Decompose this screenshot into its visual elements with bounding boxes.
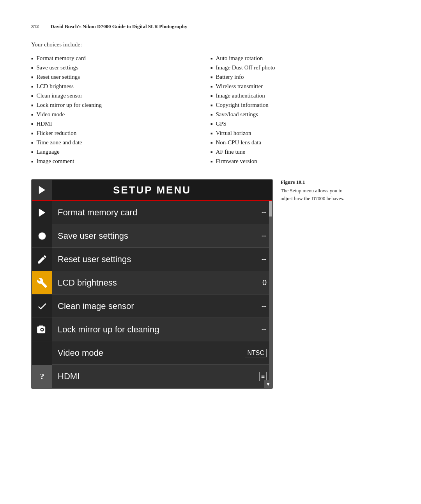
list-item: Image authentication (210, 92, 390, 99)
screen-body: ? Format memory card--Save user settings… (32, 201, 272, 388)
list-item: GPS (210, 121, 390, 127)
menu-play-icon (32, 180, 52, 200)
menu-item-label: HDMI (58, 371, 80, 382)
camera-screen: SETUP MENU (31, 179, 273, 389)
camera-area: SETUP MENU (31, 179, 390, 389)
page-header: 312 David Busch's Nikon D7000 Guide to D… (31, 23, 390, 30)
figure-label: Figure 10.1 (281, 179, 347, 185)
play-triangle-icon (37, 185, 48, 195)
scrollbar[interactable] (269, 201, 272, 388)
menu-item[interactable]: LCD brightness0 (52, 271, 272, 295)
list-item: Non-CPU lens data (210, 139, 390, 146)
list-item: Format memory card (31, 55, 210, 62)
list-item: Firmware version (210, 158, 390, 165)
list-item: Virtual horizon (210, 130, 390, 137)
camera-icon (37, 324, 48, 335)
sidebar-icon-help[interactable]: ? (32, 365, 52, 388)
custom-icon (37, 301, 48, 312)
menu-item-value: NTSC (245, 349, 267, 357)
list-col1: Format memory cardSave user settingsRese… (31, 55, 210, 167)
menu-item[interactable]: Video modeNTSC (52, 341, 272, 365)
list-item: HDMI (31, 121, 210, 127)
menu-item-value: 0 (262, 278, 267, 287)
menu-items-list: Format memory card--Save user settings--… (52, 201, 272, 388)
svg-point-2 (39, 232, 46, 240)
sidebar-icon-recent[interactable] (32, 318, 52, 341)
menu-item-label: Video mode (58, 348, 103, 358)
menu-item-label: Reset user settings (58, 254, 131, 264)
scroll-arrow-down[interactable]: ▼ (264, 380, 272, 388)
list-item: Battery info (210, 74, 390, 80)
sidebar-icon-edit[interactable] (32, 248, 52, 271)
page-number: 312 (31, 23, 39, 30)
list-item: Video mode (31, 111, 210, 118)
figure-text: The Setup menu allows you to adjust how … (281, 187, 347, 202)
sidebar-icons: ? (32, 201, 52, 388)
sidebar-icon-play[interactable] (32, 201, 52, 224)
menu-item-value: ≡ (259, 372, 267, 381)
svg-marker-0 (39, 186, 45, 194)
menu-item-value: -- (262, 231, 267, 240)
intro-text: Your choices include: (31, 41, 390, 48)
menu-item-value: -- (262, 208, 267, 217)
menu-item[interactable]: Clean image sensor-- (52, 295, 272, 318)
sidebar-icon-setup[interactable] (32, 271, 52, 295)
list-item: Reset user settings (31, 74, 210, 80)
list-col2: Auto image rotationImage Dust Off ref ph… (210, 55, 390, 167)
list-item: Image comment (31, 158, 210, 165)
menu-item[interactable]: HDMI≡ (52, 365, 272, 388)
menu-item[interactable]: Format memory card-- (52, 201, 272, 224)
menu-item-label: Format memory card (58, 208, 137, 218)
menu-item-value: -- (262, 302, 267, 311)
question-mark: ? (40, 371, 44, 382)
list-item: Auto image rotation (210, 55, 390, 62)
feature-list: Format memory cardSave user settingsRese… (31, 55, 390, 167)
list-item: Wireless transmitter (210, 83, 390, 90)
menu-item[interactable]: Reset user settings-- (52, 248, 272, 271)
list-item: Image Dust Off ref photo (210, 64, 390, 71)
menu-item-value: -- (262, 255, 267, 264)
list-item: Save user settings (31, 64, 210, 71)
list-item: Flicker reduction (31, 130, 210, 137)
list-item: Copyright information (210, 102, 390, 108)
sidebar-icon-custom[interactable] (32, 295, 52, 318)
list-item: Lock mirror up for cleaning (31, 102, 210, 108)
book-title: David Busch's Nikon D7000 Guide to Digit… (51, 23, 188, 30)
screen-header: SETUP MENU (32, 180, 272, 201)
menu-item-label: Lock mirror up for cleaning (58, 325, 159, 335)
list-item: Language (31, 149, 210, 155)
menu-item[interactable]: Lock mirror up for cleaning-- (52, 318, 272, 341)
sidebar-icon-circle[interactable] (32, 224, 52, 248)
list-item: Clean image sensor (31, 92, 210, 99)
list-item: Save/load settings (210, 111, 390, 118)
list-item: Time zone and date (31, 139, 210, 146)
scrollbar-thumb (269, 201, 272, 217)
menu-item-label: LCD brightness (58, 278, 117, 288)
svg-marker-1 (39, 208, 45, 217)
wrench-icon (37, 277, 48, 288)
pencil-icon (37, 254, 48, 265)
menu-item[interactable]: Save user settings-- (52, 224, 272, 248)
play-icon (37, 207, 48, 218)
screen-title: SETUP MENU (52, 184, 272, 196)
menu-item-label: Save user settings (58, 231, 128, 241)
menu-item-value: -- (262, 325, 267, 334)
list-item: LCD brightness (31, 83, 210, 90)
circle-icon (37, 231, 48, 241)
list-item: AF fine tune (210, 149, 390, 155)
figure-caption: Figure 10.1 The Setup menu allows you to… (281, 179, 347, 389)
menu-item-label: Clean image sensor (58, 301, 134, 311)
